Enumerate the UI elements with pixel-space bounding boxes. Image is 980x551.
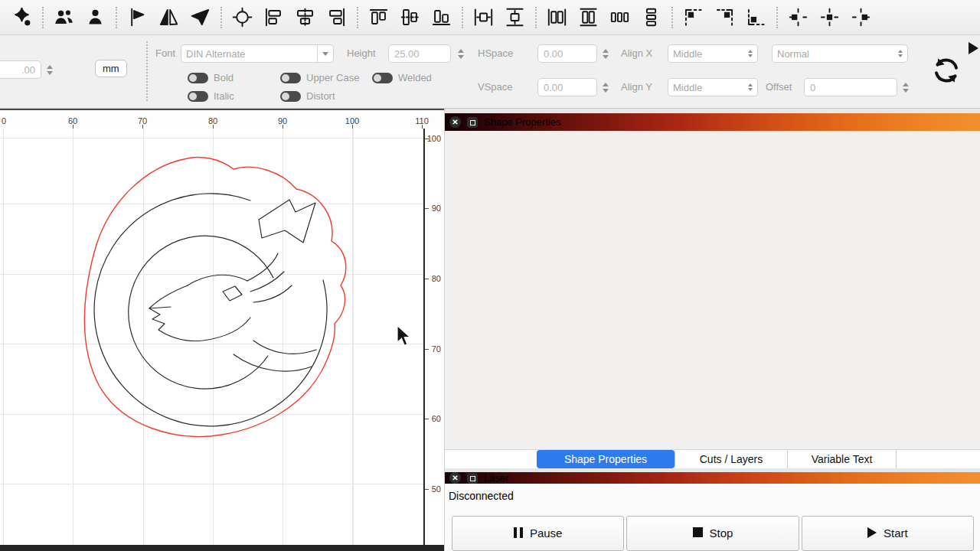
move-to-center-icon[interactable]: [817, 5, 842, 30]
units-button[interactable]: mm: [95, 60, 127, 77]
vspace-label: VSpace: [478, 78, 513, 96]
move-to-center-right-icon[interactable]: [848, 5, 874, 30]
shape-properties-titlebar[interactable]: ✕ Shape Properties: [445, 113, 980, 131]
align-right-icon[interactable]: [324, 5, 349, 30]
hspace-input[interactable]: 0.00: [537, 44, 597, 63]
offset-stepper[interactable]: [900, 78, 911, 96]
align-centers-icon[interactable]: [230, 5, 255, 30]
panel-title: Shape Properties: [484, 116, 560, 128]
mirror-vertical-icon[interactable]: [125, 5, 150, 30]
dragon-design[interactable]: [73, 149, 356, 444]
text-toolbar: .00 mm Font DIN Alternate Height 25.00 H…: [0, 35, 980, 109]
move-to-upper-left-icon[interactable]: [681, 5, 706, 30]
dragon-line-art: [94, 194, 327, 426]
welded-toggle[interactable]: Welded: [372, 73, 432, 83]
chevron-down-icon: [317, 45, 328, 62]
panel-title: Laser: [484, 472, 509, 484]
stop-icon: [693, 527, 703, 537]
pause-button[interactable]: Pause: [452, 516, 624, 551]
connection-status: Disconnected: [449, 490, 980, 502]
move-to-center-left-icon[interactable]: [786, 5, 811, 30]
drawing-canvas[interactable]: [0, 129, 423, 545]
vspace-input[interactable]: 0.00: [537, 78, 597, 96]
align-top-icon[interactable]: [366, 5, 391, 30]
hspace-label: HSpace: [478, 44, 513, 63]
make-same-height-icon[interactable]: [576, 5, 601, 30]
mouse-cursor: [396, 324, 412, 348]
sync-icon[interactable]: [931, 55, 962, 86]
tab-shape-properties[interactable]: Shape Properties: [537, 450, 675, 468]
font-select[interactable]: DIN Alternate: [181, 44, 334, 63]
height-stepper[interactable]: [456, 44, 466, 63]
vspace-stepper[interactable]: [600, 78, 611, 96]
group-icon[interactable]: [51, 5, 77, 30]
toolbar-overflow-arrow-icon[interactable]: [969, 42, 978, 54]
move-to-upper-right-icon[interactable]: [712, 5, 737, 30]
align-bottom-icon[interactable]: [429, 5, 454, 30]
ruler-label: 50: [432, 484, 441, 494]
ruler-tick: [425, 279, 429, 279]
ruler-label: 100: [427, 134, 441, 143]
ruler-tick: [425, 419, 429, 419]
upper-case-toggle-label: Upper Case: [306, 73, 359, 83]
height-label: Height: [347, 44, 376, 63]
tools-icon[interactable]: [9, 5, 34, 30]
ruler-horizontal: 060708090100110: [0, 110, 444, 129]
align-center-horizontal-icon[interactable]: [292, 5, 318, 30]
right-dock: ✕ Shape Properties Shape Properties Cuts…: [444, 109, 980, 551]
ungroup-icon[interactable]: [83, 5, 108, 30]
align-middle-icon[interactable]: [397, 5, 423, 30]
italic-toggle-label: Italic: [214, 91, 234, 102]
close-icon[interactable]: ✕: [449, 472, 461, 484]
make-same-width-icon[interactable]: [544, 5, 570, 30]
distribute-horizontal-icon[interactable]: [607, 5, 632, 30]
italic-toggle[interactable]: Italic: [188, 91, 234, 102]
chevron-updown-icon: [893, 50, 903, 57]
font-label: Font: [155, 44, 175, 63]
distort-toggle[interactable]: Distort: [280, 91, 335, 102]
distribute-v-space-icon[interactable]: [502, 5, 528, 30]
start-button[interactable]: Start: [802, 516, 974, 551]
toolbar-divider: [146, 41, 148, 101]
close-icon[interactable]: ✕: [449, 116, 461, 128]
height-input[interactable]: 25.00: [388, 44, 451, 63]
offset-input[interactable]: 0: [804, 78, 897, 96]
tab-variable-text[interactable]: Variable Text: [788, 450, 897, 468]
toggle-switch[interactable]: [280, 91, 301, 102]
toggle-switch[interactable]: [280, 73, 301, 83]
shape-properties-panel: ✕ Shape Properties: [445, 113, 980, 449]
laser-panel: ✕ Laser Disconnected Pause Stop Start: [445, 472, 980, 551]
mirror-across-line-icon[interactable]: [188, 5, 213, 30]
start-icon: [867, 527, 877, 538]
tab-cuts-layers[interactable]: Cuts / Layers: [675, 450, 788, 468]
x-position-stepper[interactable]: [44, 60, 55, 79]
align-left-icon[interactable]: [261, 5, 286, 30]
ruler-label: 90: [432, 204, 441, 213]
pause-icon: [514, 527, 523, 538]
toggle-switch[interactable]: [372, 73, 393, 83]
distribute-h-space-icon[interactable]: [471, 5, 496, 30]
stop-button[interactable]: Stop: [626, 516, 799, 551]
float-window-icon[interactable]: [467, 117, 478, 128]
align-x-label: Align X: [621, 44, 652, 63]
hspace-stepper[interactable]: [600, 44, 611, 63]
mirror-horizontal-icon[interactable]: [156, 5, 181, 30]
ruler-label: 0: [2, 116, 6, 126]
upper-case-toggle[interactable]: Upper Case: [280, 73, 359, 83]
bold-toggle[interactable]: Bold: [188, 73, 234, 83]
distribute-vertical-icon[interactable]: [639, 5, 664, 30]
x-position-input[interactable]: .00: [0, 60, 41, 79]
toggle-switch[interactable]: [188, 73, 208, 83]
dock-tabbar: Shape Properties Cuts / Layers Variable …: [445, 449, 980, 468]
align-x-select[interactable]: Middle: [668, 44, 758, 63]
move-to-lower-left-icon[interactable]: [743, 5, 769, 30]
laser-body: Disconnected Pause Stop Start: [445, 484, 980, 551]
align-y-select[interactable]: Middle: [668, 78, 758, 96]
ruler-label: 60: [432, 414, 441, 423]
chevron-updown-icon: [743, 50, 753, 57]
style-select[interactable]: Normal: [772, 44, 908, 63]
toggle-switch[interactable]: [188, 91, 208, 102]
laser-titlebar[interactable]: ✕ Laser: [445, 472, 980, 484]
float-window-icon[interactable]: [467, 473, 478, 484]
ruler-tick: [425, 489, 429, 490]
